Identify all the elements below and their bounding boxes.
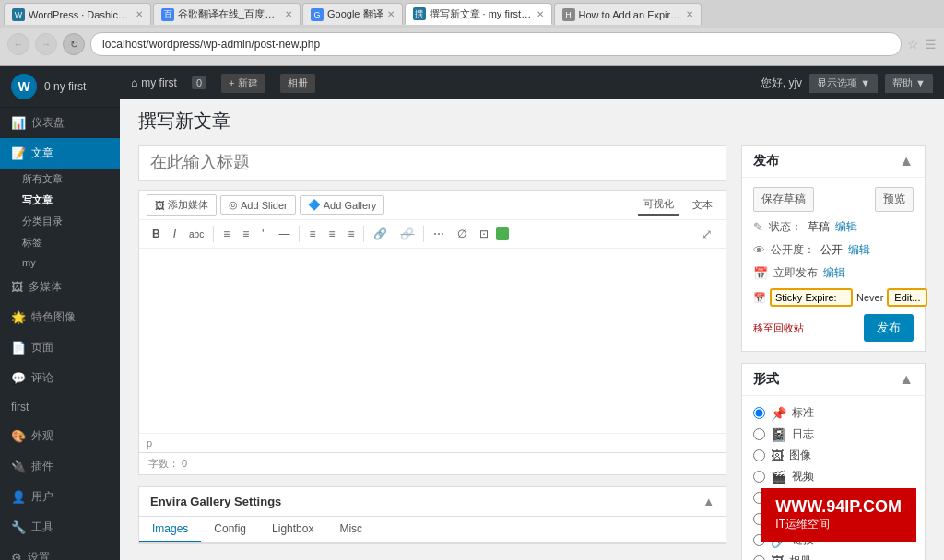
comments-count-badge[interactable]: 0 [192, 76, 206, 89]
tab-3[interactable]: G Google 翻译 ✕ [302, 3, 403, 25]
format-log-radio[interactable] [753, 428, 765, 440]
ol-button[interactable]: ≡ [237, 225, 254, 243]
tab-5[interactable]: H How to Add an Expiration... ✕ [554, 3, 702, 25]
publish-widget-toggle[interactable]: ▲ [899, 153, 914, 169]
bold-button[interactable]: B [147, 225, 166, 243]
dashboard-icon: 📊 [11, 116, 26, 130]
tab-4[interactable]: 撰 撰写新文章 · my first — W... ✕ [405, 3, 552, 25]
format-video-radio[interactable] [753, 471, 765, 483]
sidebar-item-users[interactable]: 👤 用户 [0, 482, 120, 512]
save-draft-button[interactable]: 保存草稿 [753, 187, 814, 212]
strikethrough-button[interactable]: abc [183, 227, 209, 242]
format-widget-toggle[interactable]: ▲ [899, 371, 914, 388]
unlink-button[interactable]: 🔗 [395, 225, 419, 243]
sidebar-sub-write-post[interactable]: 写文章 [0, 190, 120, 211]
site-name-text: my first [141, 76, 177, 89]
tab-1[interactable]: W WordPress · Dashicons | V... ✕ [4, 3, 151, 25]
status-edit-link[interactable]: 编辑 [835, 219, 857, 235]
blockquote-button[interactable]: " [256, 225, 271, 243]
sidebar-sub-all-posts[interactable]: 所有文章 [0, 169, 120, 190]
wp-layout: W 0 ny first 📊 仪表盘 📝 文章 所有文章 写文章 分类目录 标签… [0, 66, 944, 560]
help-button[interactable]: 帮助 ▼ [885, 74, 933, 93]
preview-button[interactable]: 预览 [875, 187, 914, 212]
new-post-button[interactable]: + 新建 [221, 74, 266, 93]
add-slider-button[interactable]: ◎ Add Slider [220, 195, 296, 215]
green-btn[interactable] [496, 228, 509, 240]
bookmark-icon[interactable]: ☆ [907, 37, 919, 52]
tab-5-close[interactable]: ✕ [686, 9, 693, 19]
hr-button[interactable]: — [273, 225, 295, 243]
fullpage-button[interactable]: ⊡ [474, 225, 494, 243]
admin-top-bar-right: 您好, yjv 显示选项 ▼ 帮助 ▼ [761, 74, 933, 93]
status-edit-label: 编辑 [835, 220, 857, 233]
envira-tab-lightbox[interactable]: Lightbox [259, 517, 326, 542]
trash-link[interactable]: 移至回收站 [753, 321, 804, 335]
sidebar-item-appearance[interactable]: 🎨 外观 [0, 421, 120, 451]
sidebar-item-dashboard[interactable]: 📊 仪表盘 [0, 108, 120, 138]
sidebar-item-first[interactable]: first [0, 393, 120, 421]
publish-time-edit-link[interactable]: 编辑 [823, 265, 845, 281]
publish-button[interactable]: 发布 [864, 314, 914, 342]
refresh-button[interactable]: ↻ [63, 33, 85, 55]
new-label: 新建 [238, 77, 258, 88]
sidebar-item-comments[interactable]: 💬 评论 [0, 363, 120, 393]
preview-label: 预览 [883, 192, 905, 205]
menu-icon[interactable]: ☰ [925, 37, 937, 52]
align-left-button[interactable]: ≡ [303, 225, 321, 243]
screen-options-button[interactable]: 显示选项 ▼ [809, 74, 878, 93]
sidebar-sub-category[interactable]: 分类目录 [0, 211, 120, 232]
tab-1-close[interactable]: ✕ [136, 9, 143, 19]
visibility-edit-link[interactable]: 编辑 [848, 242, 870, 258]
format-image-row: 🖼 图像 [753, 448, 914, 463]
editor-body[interactable] [139, 249, 726, 433]
envira-tab-misc[interactable]: Misc [326, 517, 375, 542]
fullscreen-button[interactable]: ⤢ [696, 224, 718, 244]
visual-tab[interactable]: 可视化 [638, 194, 679, 216]
sticky-expire-input[interactable] [770, 288, 853, 307]
add-media-button[interactable]: 🖼 添加媒体 [147, 194, 217, 216]
sidebar-item-tools[interactable]: 🔧 工具 [0, 512, 120, 542]
forward-button[interactable]: → [35, 33, 57, 55]
text-tab[interactable]: 文本 [687, 194, 718, 216]
post-title-input[interactable] [138, 145, 726, 181]
link-button[interactable]: 🔗 [368, 225, 393, 243]
spell-button[interactable]: ∅ [452, 225, 472, 243]
add-gallery-button[interactable]: 🔷 Add Gallery [300, 195, 384, 215]
tab-2[interactable]: 百 谷歌翻译在线_百度搜索 ✕ [153, 3, 301, 25]
italic-button[interactable]: I [168, 225, 182, 243]
users-icon: 👤 [11, 490, 26, 504]
tabs-bar: W WordPress · Dashicons | V... ✕ 百 谷歌翻译在… [0, 0, 944, 28]
envira-tab-images[interactable]: Images [139, 517, 201, 542]
sidebar-item-posts[interactable]: 📝 文章 [0, 138, 120, 169]
align-right-button[interactable]: ≡ [342, 225, 360, 243]
format-image-radio[interactable] [753, 449, 765, 461]
more-button[interactable]: ⋯ [428, 225, 450, 243]
sidebar-sub-my[interactable]: my [0, 253, 120, 272]
envira-collapse-button[interactable]: ▲ [702, 495, 714, 508]
format-standard-radio[interactable] [753, 407, 765, 419]
sidebar-item-media[interactable]: 🖼 多媒体 [0, 272, 120, 302]
sidebar-item-settings[interactable]: ⚙ 设置 [0, 542, 120, 560]
tab-3-close[interactable]: ✕ [387, 9, 395, 19]
envira-tab-images-label: Images [152, 522, 188, 535]
format-gallery-radio[interactable] [753, 555, 765, 560]
media-button[interactable]: 相册 [280, 74, 315, 93]
sidebar-item-pages[interactable]: 📄 页面 [0, 332, 120, 363]
sidebar-item-featured[interactable]: 🌟 特色图像 [0, 302, 120, 332]
ul-button[interactable]: ≡ [218, 225, 235, 243]
sticky-edit-button[interactable]: Edit... [887, 288, 927, 307]
back-button[interactable]: ← [7, 33, 30, 55]
align-center-button[interactable]: ≡ [323, 225, 340, 243]
sidebar-site-name: 0 ny first [44, 80, 86, 93]
sidebar-item-users-label: 用户 [31, 489, 53, 505]
site-name-link[interactable]: ⌂ my first [131, 76, 177, 89]
tab-4-close[interactable]: ✕ [537, 9, 544, 19]
publish-time-row: 📅 立即发布 编辑 [753, 265, 914, 281]
sidebar-sub-tags[interactable]: 标签 [0, 232, 120, 253]
sidebar-item-plugins[interactable]: 🔌 插件 [0, 451, 120, 482]
envira-tab-config[interactable]: Config [201, 517, 259, 542]
trash-label: 移至回收站 [753, 322, 804, 333]
tab-2-close[interactable]: ✕ [285, 9, 292, 19]
sidebar-item-appearance-label: 外观 [31, 428, 53, 444]
address-bar[interactable]: localhost/wordpress/wp-admin/post-new.ph… [90, 32, 902, 56]
